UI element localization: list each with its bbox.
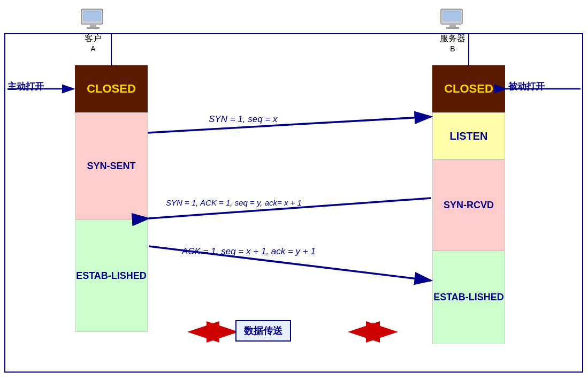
server-label: 服务器 <box>439 33 467 44</box>
state-estab-right: ESTAB-LISHED <box>432 251 505 344</box>
svg-rect-2 <box>90 24 96 27</box>
svg-rect-6 <box>449 24 456 27</box>
server-computer: 服务器 B <box>439 8 467 53</box>
state-syn-rcvd: SYN-RCVD <box>432 160 505 251</box>
active-open-label: 主动打开 <box>7 80 44 93</box>
syn-ack-label: SYN = 1, ACK = 1, seq = y, ack= x + 1 <box>166 198 302 207</box>
svg-rect-1 <box>83 11 101 21</box>
ack-label: ACK = 1, seq = x + 1, ack = y + 1 <box>182 246 316 257</box>
client-computer: 客户 A <box>79 8 107 53</box>
syn-label: SYN = 1, seq = x <box>209 114 278 125</box>
state-closed-left: CLOSED <box>75 65 148 112</box>
state-closed-right: CLOSED <box>432 65 505 112</box>
state-estab-left: ESTAB-LISHED <box>75 219 148 332</box>
client-label: 客户 <box>79 33 107 44</box>
data-transfer-box: 数据传送 <box>235 320 291 342</box>
svg-rect-7 <box>446 27 459 29</box>
state-listen: LISTEN <box>432 112 505 160</box>
diagram-container: 客户 A 服务器 B CLOSED CLOSED 主动打开 被动打开 SYN-S… <box>0 0 588 379</box>
server-sublabel: B <box>439 44 467 53</box>
client-sublabel: A <box>79 44 107 53</box>
client-computer-icon <box>79 8 107 31</box>
server-computer-icon <box>439 8 467 31</box>
state-syn-sent: SYN-SENT <box>75 112 148 219</box>
svg-rect-3 <box>87 27 100 29</box>
svg-rect-5 <box>442 11 461 21</box>
passive-open-label: 被动打开 <box>508 80 545 93</box>
